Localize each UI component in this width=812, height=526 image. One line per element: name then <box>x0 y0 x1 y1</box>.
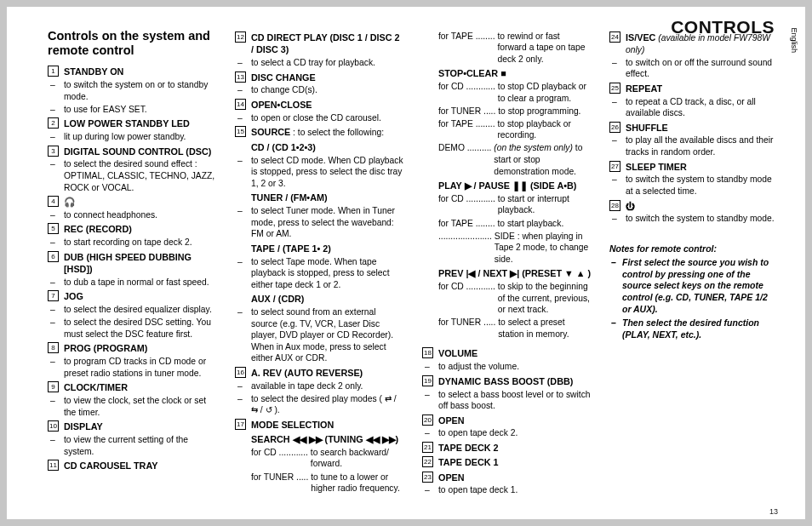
control-desc: –to use for EASY SET. <box>48 104 216 116</box>
content-columns: Controls on the system and remote contro… <box>48 29 778 496</box>
source-aux: AUX / (CDR) <box>235 293 403 305</box>
headphones-icon: 🎧 <box>64 196 75 208</box>
remote-notes: Notes for remote control: –First select … <box>609 243 778 341</box>
section-heading: Controls on the system and remote contro… <box>48 29 216 57</box>
control-item: 2LOW POWER STANDBY LED <box>48 117 216 129</box>
control-desc: –to switch the system on or to standby m… <box>48 79 216 102</box>
mode-prev-next: PREV |◀ / NEXT ▶| (PRESET ▼ ▲ ) <box>422 267 591 279</box>
language-label: English <box>790 27 798 53</box>
column-2: 12CD DIRECT PLAY (DISC 1 / DISC 2 / DISC… <box>235 29 403 496</box>
page-number: 13 <box>769 507 778 516</box>
notes-heading: Notes for remote control: <box>609 243 778 255</box>
source-tape: TAPE / (TAPE 1• 2) <box>235 243 403 254</box>
page-title: CONTROLS <box>671 17 775 37</box>
column-3: for TAPE ........ to rewind or fast forw… <box>422 29 591 496</box>
mode-search: SEARCH ◀◀ ▶▶ (TUNING ◀◀ ▶▶) <box>235 433 403 445</box>
source-tuner: TUNER / (FM•AM) <box>235 192 403 203</box>
column-1: Controls on the system and remote contro… <box>48 29 216 496</box>
control-label: STANDBY ON <box>64 66 123 77</box>
manual-page: CONTROLS English 13 Controls on the syst… <box>7 7 805 519</box>
control-item: 1STANDBY ON <box>48 66 216 77</box>
column-4: 24IS/VEC (available in model FW798W only… <box>609 29 778 496</box>
power-icon: ⏻ <box>626 200 635 212</box>
mode-play: PLAY ▶ / PAUSE ❚❚ (SIDE A•B) <box>422 180 591 192</box>
source-cd: CD / (CD 1•2•3) <box>235 141 403 153</box>
mode-stop: STOP•CLEAR ■ <box>422 67 591 79</box>
control-number: 1 <box>48 66 59 77</box>
